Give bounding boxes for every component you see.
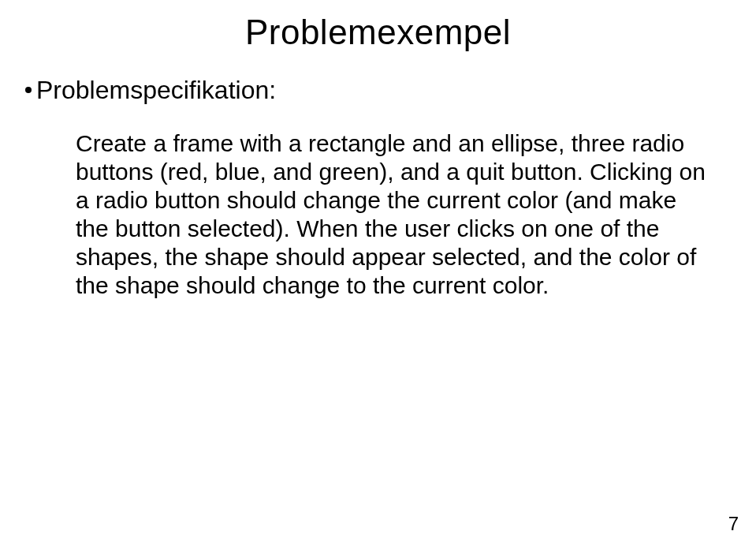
bullet-label: Problemspecifikation: — [36, 76, 276, 104]
slide: Problemexempel Problemspecifikation: Cre… — [0, 0, 756, 546]
page-number: 7 — [728, 513, 739, 535]
slide-title: Problemexempel — [0, 13, 756, 52]
specification-body: Create a frame with a rectangle and an e… — [76, 129, 709, 300]
bullet-icon — [25, 87, 32, 93]
bullet-problemspecification: Problemspecifikation: — [25, 76, 276, 105]
